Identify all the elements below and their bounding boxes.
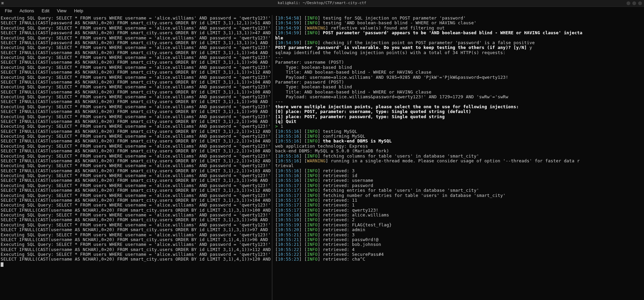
menu-actions[interactable]: Actions: [16, 8, 38, 14]
window-titlebar: ▣ kali@kali: ~/Desktop/CTF/smart-city-ct…: [0, 0, 644, 7]
maximize-button[interactable]: [632, 1, 636, 5]
terminal-split: Executing SQL Query: SELECT * FROM users…: [0, 15, 644, 300]
minimize-button[interactable]: [627, 1, 630, 5]
menu-bar: File Actions Edit View Help: [0, 7, 644, 15]
menu-file[interactable]: File: [1, 8, 15, 14]
terminal-pane-left[interactable]: Executing SQL Query: SELECT * FROM users…: [0, 15, 272, 300]
cursor: [1, 262, 3, 267]
close-button[interactable]: [638, 1, 642, 5]
menu-view[interactable]: View: [53, 8, 70, 14]
menu-edit[interactable]: Edit: [38, 8, 53, 14]
menu-help[interactable]: Help: [71, 8, 87, 14]
app-icon: ▣: [1, 1, 6, 6]
window-title: kali@kali: ~/Desktop/CTF/smart-city-ctf: [278, 1, 366, 5]
window-controls: [627, 1, 642, 5]
terminal-pane-right[interactable]: [10:54:58] [INFO] testing for SQL inject…: [272, 15, 644, 300]
